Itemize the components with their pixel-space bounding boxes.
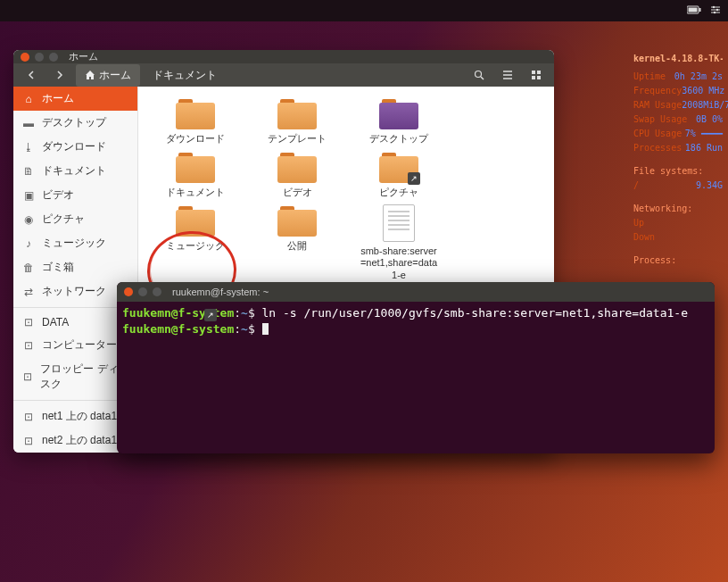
sidebar-label: ドキュメント bbox=[42, 163, 106, 179]
file-templates[interactable]: テンプレート bbox=[258, 97, 336, 146]
sidebar-home[interactable]: ⌂ホーム bbox=[13, 87, 137, 111]
sidebar-icon: ♪ bbox=[22, 237, 35, 250]
sidebar-icon: ⊡ bbox=[22, 316, 35, 328]
sidebar-label: ホーム bbox=[42, 91, 74, 106]
window-title: ホーム bbox=[69, 50, 98, 63]
top-menu-bar bbox=[0, 0, 728, 21]
sidebar-downloads[interactable]: ⭳ダウンロード bbox=[13, 135, 137, 159]
file-smb-link[interactable]: smb-share:server=net1,share=data1-e bbox=[360, 204, 438, 282]
file-public[interactable]: 公開 bbox=[258, 204, 336, 282]
sidebar-music[interactable]: ♪ミュージック bbox=[13, 231, 137, 255]
sidebar-label: DATA bbox=[42, 316, 69, 328]
sidebar-videos[interactable]: ▣ビデオ bbox=[13, 183, 137, 207]
minimize-button[interactable] bbox=[138, 287, 147, 296]
list-icon bbox=[502, 70, 513, 80]
svg-line-7 bbox=[481, 77, 484, 79]
file-manager-toolbar: ホーム ドキュメント bbox=[13, 63, 554, 87]
folder-icon bbox=[379, 97, 418, 129]
sidebar-label: ミュージック bbox=[42, 236, 106, 251]
sidebar-label: フロッピー ディスク bbox=[40, 362, 128, 392]
breadcrumb-current[interactable]: ドキュメント bbox=[144, 64, 226, 87]
sidebar-icon: ⌂ bbox=[22, 93, 35, 105]
svg-point-3 bbox=[713, 5, 715, 7]
file-documents[interactable]: ドキュメント bbox=[156, 151, 235, 199]
sidebar-icon: ⊡ bbox=[22, 339, 35, 352]
svg-rect-10 bbox=[532, 76, 535, 79]
sidebar-documents[interactable]: 🗎ドキュメント bbox=[13, 159, 137, 183]
svg-point-4 bbox=[716, 8, 718, 10]
battery-icon bbox=[687, 4, 701, 17]
maximize-button[interactable] bbox=[153, 287, 161, 296]
sidebar-desktop[interactable]: ▬デスクトップ bbox=[13, 111, 137, 135]
search-icon bbox=[474, 70, 484, 80]
sysmon-fs-header: File systems: bbox=[633, 164, 723, 179]
file-label: ドキュメント bbox=[166, 187, 225, 199]
file-music[interactable]: ミュージック bbox=[156, 204, 235, 282]
file-label: ピクチャ bbox=[379, 187, 418, 199]
search-button[interactable] bbox=[467, 63, 492, 87]
terminal-window: ruukemn@f-system: ~ fuukemn@f-system:~$ … bbox=[117, 282, 715, 453]
sidebar-label: ピクチャ bbox=[42, 212, 85, 227]
sidebar-label: デスクトップ bbox=[42, 115, 106, 130]
terminal-title: ruukemn@f-system: ~ bbox=[172, 287, 269, 297]
settings-icon[interactable] bbox=[710, 4, 721, 18]
sidebar-label: ビデオ bbox=[42, 187, 74, 203]
sysmon-proc-header: Process: bbox=[633, 254, 723, 268]
sidebar-icon: ⊡ bbox=[22, 370, 33, 383]
folder-icon bbox=[277, 97, 317, 129]
file-desktop[interactable]: デスクトップ bbox=[360, 97, 438, 146]
svg-point-5 bbox=[714, 11, 716, 12]
system-monitor-overlay: kernel-4.18.8-TK-p Uptime0h 23m 2sFreque… bbox=[633, 52, 723, 268]
svg-point-6 bbox=[476, 71, 482, 78]
folder-icon: ↗ bbox=[379, 151, 418, 183]
link-badge-icon: ↗ bbox=[408, 172, 420, 185]
sidebar-label: ネットワーク bbox=[42, 284, 106, 299]
list-view-button[interactable] bbox=[495, 63, 520, 87]
sidebar-icon: ◉ bbox=[22, 213, 35, 226]
sidebar-label: ゴミ箱 bbox=[42, 260, 74, 275]
document-icon bbox=[383, 204, 415, 242]
sidebar-icon: ⭳ bbox=[22, 141, 35, 154]
sidebar-pictures[interactable]: ◉ピクチャ bbox=[13, 207, 137, 231]
minimize-button[interactable] bbox=[35, 53, 44, 62]
close-button[interactable] bbox=[21, 53, 29, 62]
sidebar-icon: ⊡ bbox=[22, 411, 35, 423]
sidebar-icon: ⊡ bbox=[22, 435, 35, 447]
maximize-button[interactable] bbox=[49, 53, 58, 62]
file-label: 公開 bbox=[287, 240, 307, 253]
terminal-titlebar[interactable]: ruukemn@f-system: ~ bbox=[117, 282, 715, 302]
file-label: ダウンロード bbox=[166, 133, 225, 146]
file-label: ビデオ bbox=[283, 187, 312, 199]
folder-icon bbox=[277, 204, 317, 237]
sidebar-icon: 🗎 bbox=[22, 165, 35, 178]
home-icon bbox=[85, 70, 95, 80]
folder-icon bbox=[176, 97, 215, 129]
file-downloads[interactable]: ダウンロード bbox=[156, 97, 235, 146]
close-button[interactable] bbox=[124, 287, 133, 296]
forward-button[interactable] bbox=[47, 63, 72, 87]
file-label: デスクトップ bbox=[369, 133, 428, 146]
file-manager-titlebar[interactable]: ホーム bbox=[13, 50, 554, 63]
svg-rect-1 bbox=[689, 8, 698, 12]
sidebar-icon: ▣ bbox=[22, 189, 35, 202]
folder-icon bbox=[277, 151, 317, 183]
back-button[interactable] bbox=[19, 63, 44, 87]
sidebar-label: ダウンロード bbox=[42, 139, 106, 154]
sidebar-trash[interactable]: 🗑ゴミ箱 bbox=[13, 255, 137, 279]
file-pictures[interactable]: ↗ピクチャ bbox=[360, 151, 438, 199]
sidebar-label: コンピューター bbox=[42, 337, 117, 353]
terminal-body[interactable]: fuukemn@f-system:~$ ln -s /run/user/1000… bbox=[117, 302, 715, 453]
file-label: ミュージック bbox=[166, 240, 225, 253]
breadcrumb-home[interactable]: ホーム bbox=[76, 64, 140, 87]
file-label: smb-share:server=net1,share=data1-e bbox=[360, 245, 438, 282]
sysmon-net-header: Networking: bbox=[633, 202, 723, 216]
svg-rect-11 bbox=[537, 76, 541, 79]
sidebar-icon: ⇄ bbox=[22, 286, 35, 298]
link-badge-icon: ↗ bbox=[204, 309, 217, 321]
sysmon-title: kernel-4.18.8-TK-p bbox=[633, 52, 723, 66]
file-videos[interactable]: ビデオ bbox=[258, 151, 336, 199]
sidebar-label: net1 上の data1-e bbox=[42, 409, 127, 424]
svg-rect-9 bbox=[537, 71, 541, 74]
folder-icon bbox=[176, 204, 215, 237]
grid-view-button[interactable] bbox=[524, 63, 549, 87]
